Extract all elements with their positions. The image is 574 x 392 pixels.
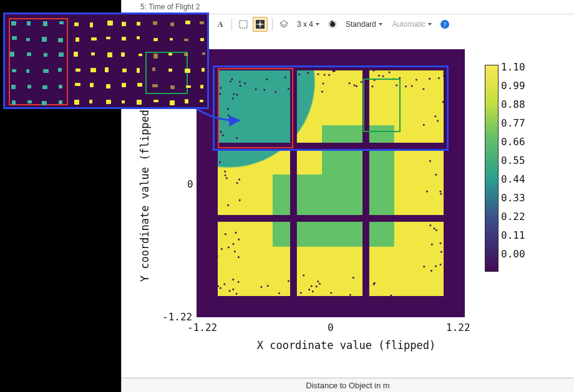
x-tick-2: 1.22 xyxy=(446,322,470,333)
svg-rect-99 xyxy=(236,310,238,312)
svg-rect-154 xyxy=(447,227,449,229)
inset-dot xyxy=(122,69,127,72)
inset-dot xyxy=(75,83,80,86)
inset-dot xyxy=(185,99,188,103)
inset-dot xyxy=(122,22,126,26)
inset-dot xyxy=(106,84,110,88)
svg-rect-5 xyxy=(240,21,247,28)
inset-dot xyxy=(200,21,204,24)
red-annotation-box xyxy=(218,68,293,148)
inset-dot xyxy=(90,83,94,87)
inset-dot xyxy=(200,38,204,41)
inset-dot xyxy=(105,67,108,72)
inset-dot xyxy=(153,100,158,102)
inset-dot xyxy=(89,100,92,103)
scaling-mode-selector[interactable]: Standard xyxy=(342,17,386,31)
heatmap xyxy=(197,49,465,317)
inset-dot xyxy=(90,22,94,27)
inset-green-box xyxy=(145,52,188,94)
cbar-tick: 0.44 xyxy=(501,173,525,185)
inset-dot xyxy=(184,53,187,56)
inset-dot xyxy=(168,53,172,55)
svg-rect-160 xyxy=(445,195,447,197)
svg-rect-21 xyxy=(268,305,270,307)
inset-dot xyxy=(170,100,175,105)
grid-size-label: 3 x 4 xyxy=(297,20,313,29)
inset-dot xyxy=(152,67,155,71)
inset-dot xyxy=(58,68,62,72)
inset-dot xyxy=(59,21,64,24)
inset-dot xyxy=(153,38,158,41)
inset-dot xyxy=(11,85,15,88)
inset-dot xyxy=(170,22,174,26)
inset-dot xyxy=(185,21,190,24)
inset-dot xyxy=(26,38,31,41)
inset-dot xyxy=(137,22,140,26)
inset-dot xyxy=(58,38,63,42)
svg-rect-137 xyxy=(347,307,349,309)
svg-rect-114 xyxy=(439,308,441,310)
toolbar-separator xyxy=(272,18,273,31)
svg-rect-89 xyxy=(459,50,461,52)
axes[interactable] xyxy=(197,49,465,317)
crosshair-icon[interactable] xyxy=(253,17,268,32)
svg-rect-78 xyxy=(444,304,446,306)
svg-rect-66 xyxy=(215,156,216,158)
grid-size-selector[interactable]: 3 x 4 xyxy=(293,17,323,31)
svg-rect-155 xyxy=(387,297,389,299)
inset-dot xyxy=(170,38,173,41)
inset-dot xyxy=(59,100,63,104)
inset-dot xyxy=(122,100,125,104)
inset-dot xyxy=(42,101,46,105)
inset-dot xyxy=(170,85,175,89)
inset-dot xyxy=(44,53,47,57)
inset-dot xyxy=(91,37,97,41)
inset-dot xyxy=(121,52,125,57)
inset-dot xyxy=(12,100,16,105)
inset-dot xyxy=(185,69,190,73)
inset-dot xyxy=(91,52,95,55)
cbar-tick: 0.00 xyxy=(501,248,525,260)
inset-dot xyxy=(12,36,17,40)
automatic-mode-selector[interactable]: Automatic xyxy=(389,17,435,31)
svg-text:?: ? xyxy=(444,21,447,28)
inset-dot xyxy=(74,22,79,26)
inset-dot xyxy=(106,37,110,39)
x-tick-1: 0 xyxy=(328,322,334,333)
chevron-down-icon xyxy=(316,23,319,26)
inset-dot xyxy=(90,68,96,72)
svg-rect-104 xyxy=(270,299,272,300)
inset-dot xyxy=(168,69,172,71)
svg-rect-58 xyxy=(200,115,202,117)
inset-dot xyxy=(153,21,157,25)
cbar-tick: 0.99 xyxy=(501,80,525,92)
inset-dot xyxy=(122,83,126,87)
layers-icon[interactable] xyxy=(277,17,291,31)
cbar-tick: 0.88 xyxy=(501,98,525,110)
inset-dot xyxy=(202,68,205,72)
cbar-tick: 0.55 xyxy=(501,155,525,166)
inset-dot xyxy=(137,36,140,39)
inset-dot xyxy=(137,100,141,105)
text-annot-icon[interactable]: A xyxy=(213,17,227,31)
inset-dot xyxy=(42,37,47,41)
inset-dot xyxy=(74,52,78,56)
svg-rect-146 xyxy=(457,126,459,128)
zoom-select-icon[interactable] xyxy=(236,17,250,31)
inset-red-box xyxy=(9,18,68,105)
inset-dot xyxy=(106,100,112,103)
zoom-inset-panel xyxy=(3,12,209,109)
y-tick-1: 0 xyxy=(187,178,193,190)
inset-dot xyxy=(200,85,203,89)
help-icon[interactable]: ? xyxy=(438,17,452,31)
colorbar xyxy=(485,65,499,272)
chevron-down-icon xyxy=(379,23,382,26)
cbar-tick: 0.33 xyxy=(501,192,525,204)
inset-dot xyxy=(75,69,80,72)
refresh-icon[interactable] xyxy=(326,17,339,31)
svg-rect-74 xyxy=(464,53,465,55)
svg-rect-56 xyxy=(213,218,215,220)
chevron-down-icon xyxy=(428,23,432,26)
svg-rect-20 xyxy=(445,280,447,282)
inset-dot xyxy=(10,52,14,56)
